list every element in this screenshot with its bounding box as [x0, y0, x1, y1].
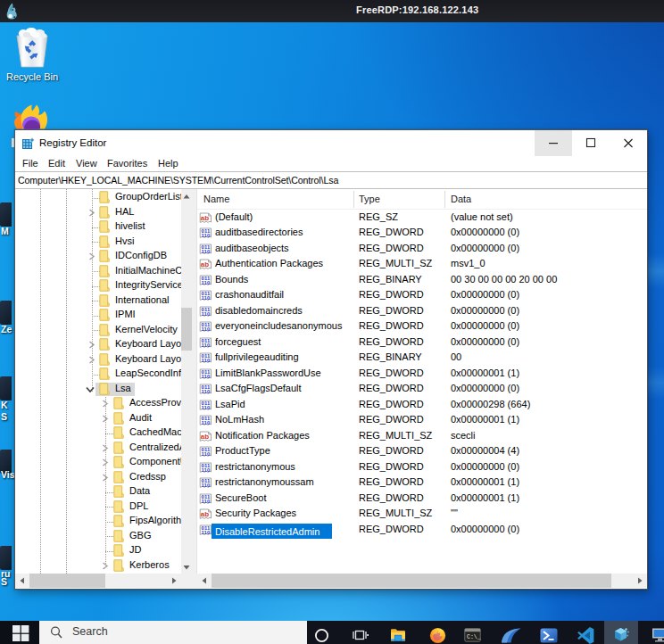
svg-text:110: 110	[202, 341, 211, 347]
svg-text:110: 110	[202, 419, 211, 425]
svg-text:110: 110	[202, 232, 211, 238]
svg-text:110: 110	[202, 357, 211, 363]
svg-text:110: 110	[202, 247, 211, 253]
svg-text:110: 110	[202, 466, 211, 472]
svg-text:110: 110	[202, 326, 211, 332]
svg-text:110: 110	[202, 388, 211, 394]
svg-text:110: 110	[202, 294, 211, 301]
svg-text:ab: ab	[201, 260, 209, 268]
svg-text:110: 110	[202, 278, 211, 285]
svg-text:110: 110	[202, 482, 211, 488]
svg-text:110: 110	[202, 497, 211, 503]
svg-text:110: 110	[202, 450, 211, 457]
svg-text:110: 110	[202, 372, 211, 378]
svg-text:110: 110	[202, 403, 211, 409]
svg-text:ab: ab	[201, 213, 209, 221]
svg-text:ab: ab	[201, 432, 209, 440]
svg-text:ab: ab	[201, 510, 209, 518]
svg-text:110: 110	[202, 310, 211, 316]
svg-text:C:\_: C:\_	[467, 634, 481, 640]
svg-text:110: 110	[202, 528, 211, 534]
